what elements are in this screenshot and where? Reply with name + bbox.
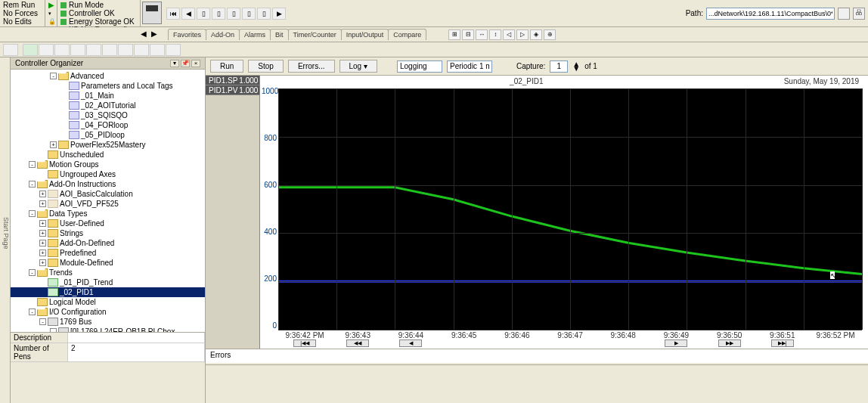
tab-bit[interactable]: Bit bbox=[270, 29, 289, 40]
tree-node[interactable]: +User-Defined bbox=[11, 219, 205, 228]
ladder-toolbar bbox=[0, 42, 868, 57]
time-nav-button[interactable]: ◀ bbox=[399, 339, 422, 347]
play-icon[interactable]: ▶ bbox=[48, 1, 54, 9]
project-tree[interactable]: -AdvancedParameters and Local Tags_01_Ma… bbox=[11, 70, 205, 332]
nav-s2[interactable]: ⊟ bbox=[462, 29, 474, 40]
tool-1[interactable] bbox=[3, 44, 18, 56]
nav-a[interactable]: ▯ bbox=[197, 8, 210, 20]
time-nav-button[interactable]: |◀◀ bbox=[293, 339, 316, 347]
tab-addon[interactable]: Add-On bbox=[206, 29, 240, 40]
tab-favorites[interactable]: Favorites bbox=[168, 29, 206, 40]
tab-compare[interactable]: Compare bbox=[388, 29, 426, 40]
tree-node[interactable]: -I/O Configuration bbox=[11, 307, 205, 317]
tree-node[interactable]: -Motion Groups bbox=[11, 160, 205, 169]
tool-10[interactable] bbox=[150, 44, 165, 56]
time-nav-button[interactable]: ▶▶| bbox=[771, 339, 794, 347]
tool-6[interactable] bbox=[86, 44, 101, 56]
panel-menu-icon[interactable]: ▾ bbox=[170, 60, 179, 67]
nav-s3[interactable]: ↔ bbox=[476, 29, 488, 40]
dropdown-icon[interactable]: ▾ bbox=[48, 9, 54, 17]
tab-timercounter[interactable]: Timer/Counter bbox=[288, 29, 342, 40]
tree-node[interactable]: -Add-On Instructions bbox=[11, 179, 205, 189]
tab-scroll-left[interactable]: ◀ bbox=[141, 29, 151, 40]
nav-e[interactable]: ▯ bbox=[257, 8, 271, 20]
tool-11[interactable] bbox=[166, 44, 181, 56]
nav-d[interactable]: ▯ bbox=[242, 8, 256, 20]
nav-c[interactable]: ▯ bbox=[227, 8, 240, 20]
tree-node[interactable]: _04_FORloop bbox=[11, 120, 205, 130]
tool-8[interactable] bbox=[118, 44, 133, 56]
path-go-button[interactable] bbox=[838, 8, 850, 20]
log-button[interactable]: Log ▾ bbox=[339, 60, 377, 73]
tree-node[interactable]: +AOI_VFD_PF525 bbox=[11, 199, 205, 209]
tool-7[interactable] bbox=[102, 44, 117, 56]
errors-panel: Errors bbox=[206, 349, 868, 362]
tree-node[interactable]: -Data Types bbox=[11, 209, 205, 219]
capture-down[interactable]: ▼ bbox=[572, 67, 580, 71]
period-field[interactable] bbox=[447, 60, 492, 73]
tree-node[interactable]: _02_AOITutorial bbox=[11, 101, 205, 110]
tab-scroll-right[interactable]: ▶ bbox=[151, 29, 162, 40]
trend-chart[interactable]: ↖ bbox=[278, 88, 862, 330]
nav-s5[interactable]: ◁ bbox=[503, 29, 515, 40]
nav-s7[interactable]: ◈ bbox=[530, 29, 542, 40]
panel-close-icon[interactable]: × bbox=[191, 60, 200, 67]
tree-node[interactable]: Ungrouped Axes bbox=[11, 169, 205, 179]
tree-node[interactable]: -1769 Bus bbox=[11, 317, 205, 327]
errors-button[interactable]: Errors... bbox=[288, 60, 335, 73]
prog-icon bbox=[69, 121, 79, 129]
nav-s8[interactable]: ⊕ bbox=[544, 29, 556, 40]
start-page-handle[interactable]: Start Page bbox=[0, 57, 11, 403]
tree-node[interactable]: -Trends bbox=[11, 268, 205, 277]
pen-item[interactable]: PID1.PV1.000 bbox=[206, 85, 259, 95]
tree-node[interactable]: +Add-On-Defined bbox=[11, 238, 205, 248]
tab-alarms[interactable]: Alarms bbox=[239, 29, 271, 40]
time-nav-button[interactable]: ▶ bbox=[665, 339, 687, 347]
panel-pin-icon[interactable]: 📌 bbox=[181, 60, 190, 67]
nav-first[interactable]: ⏮ bbox=[166, 8, 180, 20]
nav-s4[interactable]: ↕ bbox=[489, 29, 501, 40]
tree-node[interactable]: _02_PID1 bbox=[11, 287, 205, 297]
nav-prev[interactable]: ◀ bbox=[181, 8, 195, 20]
tool-9[interactable] bbox=[134, 44, 149, 56]
tree-node[interactable]: Parameters and Local Tags bbox=[11, 81, 205, 91]
tree-node[interactable]: -Advanced bbox=[11, 71, 205, 81]
tool-4[interactable] bbox=[54, 44, 70, 56]
tree-node[interactable]: +Module-Defined bbox=[11, 258, 205, 268]
tree-node[interactable]: Unscheduled bbox=[11, 150, 205, 160]
tree-node[interactable]: -[0] 1769-L24ER-QB1B PLCbox bbox=[11, 327, 205, 332]
capture-label: Capture: bbox=[516, 62, 545, 70]
time-nav-button[interactable]: ▶▶ bbox=[718, 339, 741, 347]
tree-node[interactable]: _01_Main bbox=[11, 91, 205, 101]
tree-node[interactable]: +Strings bbox=[11, 228, 205, 238]
nav-b[interactable]: ▯ bbox=[212, 8, 225, 20]
tree-node[interactable]: Logical Model bbox=[11, 297, 205, 307]
tree-node[interactable]: _01_PID_Trend bbox=[11, 277, 205, 287]
folder-icon bbox=[48, 150, 58, 159]
stop-button[interactable]: Stop bbox=[248, 60, 284, 73]
nav-s6[interactable]: ▷ bbox=[516, 29, 529, 40]
time-nav-button[interactable]: ◀◀ bbox=[346, 339, 369, 347]
tree-node[interactable]: +AOI_BasicCalculation bbox=[11, 189, 205, 199]
tool-3[interactable] bbox=[39, 44, 54, 56]
controller-ok-led bbox=[60, 11, 67, 17]
nav-s1[interactable]: ⊞ bbox=[448, 29, 460, 40]
folderopen-icon bbox=[37, 209, 48, 218]
path-browse-button[interactable]: 品 bbox=[853, 8, 865, 20]
capture-input[interactable] bbox=[550, 60, 568, 73]
pen-item[interactable]: PID1.SP1.000 bbox=[206, 76, 259, 85]
tool-5[interactable] bbox=[70, 44, 85, 56]
nav-next[interactable]: ▶ bbox=[272, 8, 286, 20]
tab-inputoutput[interactable]: Input/Output bbox=[341, 29, 389, 40]
type-icon bbox=[48, 200, 58, 208]
tree-node[interactable]: _05_PIDloop bbox=[11, 130, 205, 140]
path-label: Path: bbox=[686, 9, 703, 17]
path-input[interactable] bbox=[706, 8, 835, 20]
logging-field[interactable] bbox=[397, 60, 442, 73]
tree-node[interactable]: +PowerFlex525Mastery bbox=[11, 140, 205, 150]
mouse-cursor-icon: ↖ bbox=[830, 271, 835, 279]
run-button[interactable]: Run bbox=[210, 60, 243, 73]
tree-node[interactable]: +Predefined bbox=[11, 248, 205, 258]
tree-node[interactable]: _03_SQISQO bbox=[11, 110, 205, 120]
tool-2[interactable] bbox=[23, 44, 38, 56]
